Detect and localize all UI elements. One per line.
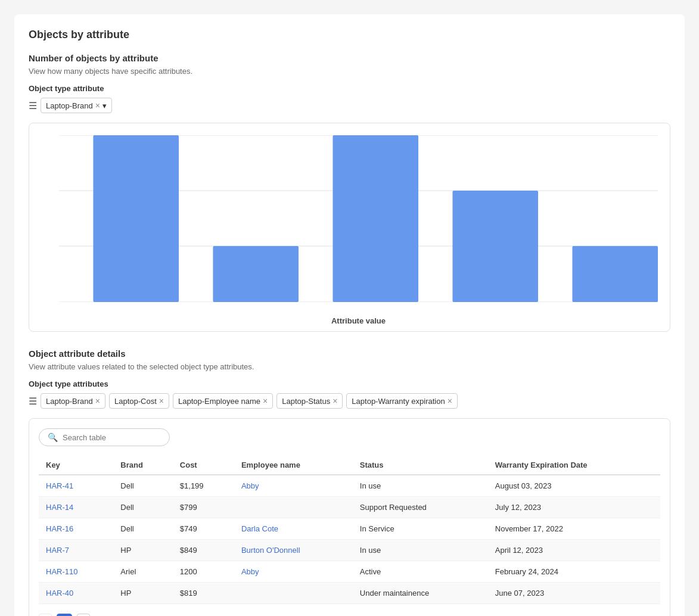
chart-section-title: Number of objects by attribute bbox=[29, 53, 670, 63]
cell-status: In Service bbox=[353, 518, 488, 540]
chart-filter-label: Laptop-Brand bbox=[46, 101, 93, 110]
key-link[interactable]: HAR-40 bbox=[46, 589, 73, 598]
key-link[interactable]: HAR-14 bbox=[46, 503, 73, 512]
cell-cost: $819 bbox=[173, 583, 234, 604]
chart-filter-bar: ☰ Laptop-Brand × ▾ bbox=[29, 98, 670, 113]
cell-cost: $1,199 bbox=[173, 475, 234, 497]
attribute-type-label: Object type attribute bbox=[29, 84, 670, 93]
cell-key: HAR-16 bbox=[39, 518, 113, 540]
filter-employee-label: Laptop-Employee name bbox=[178, 397, 260, 406]
svg-rect-10 bbox=[213, 246, 299, 302]
chart-section-desc: View how many objects have specific attr… bbox=[29, 67, 670, 76]
cell-brand: HP bbox=[113, 583, 173, 604]
search-input[interactable] bbox=[63, 433, 161, 442]
search-box[interactable]: 🔍 bbox=[39, 428, 170, 446]
filter-warranty-remove[interactable]: × bbox=[448, 396, 452, 406]
table-header-row: Key Brand Cost Employee name Status Warr… bbox=[39, 456, 660, 475]
filter-brand-remove[interactable]: × bbox=[95, 396, 100, 406]
table-row: HAR-7HP$849Burton O'DonnellIn useApril 1… bbox=[39, 540, 660, 561]
filter-tag-brand[interactable]: Laptop-Brand × bbox=[41, 393, 105, 409]
col-warranty: Warranty Expiration Date bbox=[488, 456, 660, 475]
col-employee: Employee name bbox=[234, 456, 353, 475]
x-axis-label: Attribute value bbox=[59, 316, 658, 325]
filter-tag-warranty[interactable]: Laptop-Warranty expiration × bbox=[346, 393, 458, 409]
search-icon: 🔍 bbox=[48, 433, 58, 442]
cell-cost: $749 bbox=[173, 518, 234, 540]
cell-warranty: November 17, 2022 bbox=[488, 518, 660, 540]
cell-employee: Abby bbox=[234, 561, 353, 583]
data-table: Key Brand Cost Employee name Status Warr… bbox=[39, 456, 660, 604]
employee-link[interactable]: Darla Cote bbox=[241, 524, 278, 533]
key-link[interactable]: HAR-41 bbox=[46, 481, 73, 490]
cell-cost: 1200 bbox=[173, 561, 234, 583]
cell-key: HAR-40 bbox=[39, 583, 113, 604]
key-link[interactable]: HAR-110 bbox=[46, 567, 77, 576]
details-filter-bar: ☰ Laptop-Brand × Laptop-Cost × Laptop-Em… bbox=[29, 393, 670, 409]
table-row: HAR-40HP$819Under maintainenceJune 07, 2… bbox=[39, 583, 660, 604]
filter-icon: ☰ bbox=[29, 100, 37, 111]
filter-tag-status[interactable]: Laptop-Status × bbox=[277, 393, 343, 409]
table-row: HAR-16Dell$749Darla CoteIn ServiceNovemb… bbox=[39, 518, 660, 540]
table-row: HAR-14Dell$799Support RequestedJuly 12, … bbox=[39, 497, 660, 518]
details-section-title: Object attribute details bbox=[29, 349, 670, 359]
chevron-down-icon: ▾ bbox=[102, 101, 107, 110]
cell-warranty: April 12, 2023 bbox=[488, 540, 660, 561]
cell-warranty: August 03, 2023 bbox=[488, 475, 660, 497]
page-controls: ‹ 1 › bbox=[39, 614, 90, 616]
col-brand: Brand bbox=[113, 456, 173, 475]
chart-filter-remove[interactable]: × bbox=[95, 101, 100, 110]
cell-key: HAR-7 bbox=[39, 540, 113, 561]
cell-employee: Darla Cote bbox=[234, 518, 353, 540]
cell-warranty: June 07, 2023 bbox=[488, 583, 660, 604]
object-type-attributes-label: Object type attributes bbox=[29, 379, 670, 388]
next-page-button[interactable]: › bbox=[77, 614, 90, 616]
col-key: Key bbox=[39, 456, 113, 475]
chart-filter-tag[interactable]: Laptop-Brand × ▾ bbox=[41, 98, 112, 113]
prev-page-button[interactable]: ‹ bbox=[39, 614, 52, 616]
cell-employee: Abby bbox=[234, 475, 353, 497]
employee-link[interactable]: Abby bbox=[241, 481, 259, 490]
col-cost: Cost bbox=[173, 456, 234, 475]
details-section: Object attribute details View attribute … bbox=[29, 349, 670, 616]
filter-warranty-label: Laptop-Warranty expiration bbox=[352, 397, 445, 406]
svg-rect-16 bbox=[572, 246, 658, 302]
filter-status-remove[interactable]: × bbox=[333, 396, 337, 406]
cell-brand: Ariel bbox=[113, 561, 173, 583]
page-container: Objects by attribute Number of objects b… bbox=[14, 14, 685, 616]
cell-brand: Dell bbox=[113, 518, 173, 540]
cell-brand: Dell bbox=[113, 497, 173, 518]
cell-status: In use bbox=[353, 475, 488, 497]
col-status: Status bbox=[353, 456, 488, 475]
cell-status: In use bbox=[353, 540, 488, 561]
employee-link[interactable]: Abby bbox=[241, 567, 259, 576]
filter-employee-remove[interactable]: × bbox=[263, 396, 268, 406]
cell-brand: HP bbox=[113, 540, 173, 561]
svg-rect-14 bbox=[452, 191, 538, 302]
filter-cost-remove[interactable]: × bbox=[159, 396, 164, 406]
cell-status: Support Requested bbox=[353, 497, 488, 518]
cell-cost: $799 bbox=[173, 497, 234, 518]
page-title: Objects by attribute bbox=[29, 29, 670, 41]
cell-key: HAR-110 bbox=[39, 561, 113, 583]
pagination: ‹ 1 › Showing rows 1-11 of 11 bbox=[39, 614, 660, 616]
cell-employee: Burton O'Donnell bbox=[234, 540, 353, 561]
filter-tag-cost[interactable]: Laptop-Cost × bbox=[109, 393, 169, 409]
cell-key: HAR-41 bbox=[39, 475, 113, 497]
key-link[interactable]: HAR-16 bbox=[46, 524, 73, 533]
chart-section: Number of objects by attribute View how … bbox=[29, 53, 670, 332]
cell-brand: Dell bbox=[113, 475, 173, 497]
page-1-button[interactable]: 1 bbox=[57, 614, 72, 616]
cell-employee bbox=[234, 583, 353, 604]
employee-link[interactable]: Burton O'Donnell bbox=[241, 546, 300, 555]
cell-employee bbox=[234, 497, 353, 518]
cell-warranty: July 12, 2023 bbox=[488, 497, 660, 518]
filter-cost-label: Laptop-Cost bbox=[114, 397, 157, 406]
chart-container: 3 2 1 0 Apple Ariel Dell HP bbox=[29, 123, 670, 332]
svg-rect-12 bbox=[333, 135, 418, 302]
chart-area: 3 2 1 0 Apple Ariel Dell HP bbox=[59, 135, 658, 302]
cell-key: HAR-14 bbox=[39, 497, 113, 518]
filter-tag-employee[interactable]: Laptop-Employee name × bbox=[173, 393, 273, 409]
svg-rect-8 bbox=[93, 135, 179, 302]
filter-brand-label: Laptop-Brand bbox=[46, 397, 93, 406]
key-link[interactable]: HAR-7 bbox=[46, 546, 69, 555]
